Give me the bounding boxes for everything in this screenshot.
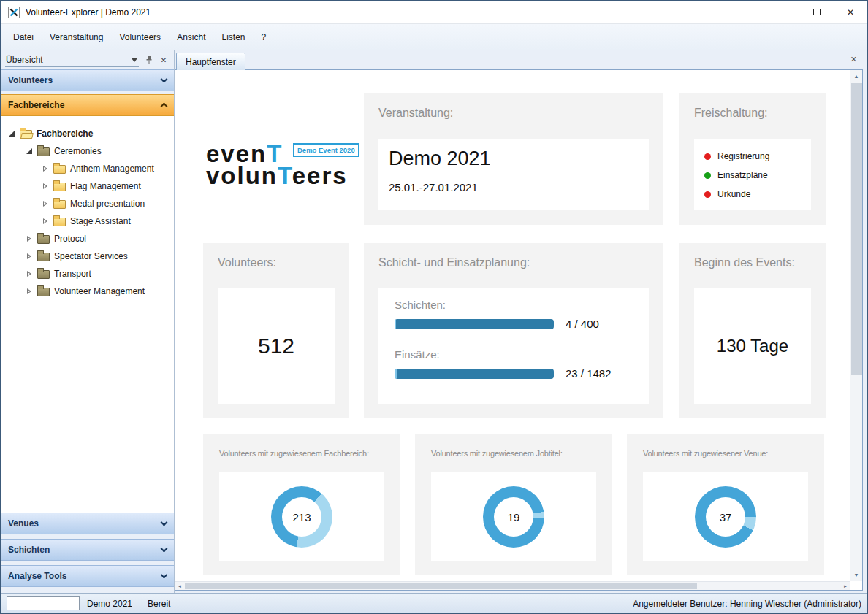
tree-item-transport[interactable]: Transport <box>1 265 174 283</box>
expander-collapsed-icon[interactable] <box>26 235 34 243</box>
sidebar-panel: Übersicht ✕ Volunteers Fachbereiche <box>1 50 175 593</box>
menu-volunteers[interactable]: Volunteers <box>111 28 169 47</box>
freischaltung-item: Urkunde <box>704 185 811 204</box>
tree-item-spectator-services[interactable]: Spectator Services <box>1 247 174 265</box>
sidebar-group-schichten[interactable]: Schichten <box>1 539 174 561</box>
horizontal-scrollbar[interactable]: ◄ ► <box>175 581 850 590</box>
card-title: Beginn des Events: <box>694 256 795 269</box>
tree-item-flag-management[interactable]: Flag Management <box>1 177 174 195</box>
expander-collapsed-icon[interactable] <box>42 200 50 208</box>
status-text: Bereit <box>148 599 170 609</box>
freischaltung-item: Einsatzpläne <box>704 166 811 185</box>
card-fachbereich-donut: Volunteers mit zugewiesenem Fachbereich:… <box>203 434 400 575</box>
document-area: evenT volunTeers Demo Event 2020 Veranst… <box>175 69 863 591</box>
tree-item-medal-presentation[interactable]: Medal presentation <box>1 195 174 212</box>
tree-item-ceremonies[interactable]: Ceremonies <box>1 142 174 160</box>
folder-icon <box>53 200 66 209</box>
pin-button[interactable] <box>144 55 154 65</box>
event-dates: 25.01.-27.01.2021 <box>389 181 478 193</box>
panel-close-button[interactable]: ✕ <box>159 55 169 65</box>
tab-close-icon[interactable]: ✕ <box>850 55 857 64</box>
group-label: Analyse Tools <box>8 571 66 581</box>
sidebar-group-analyse-tools[interactable]: Analyse Tools <box>1 565 174 587</box>
chevron-down-icon <box>161 76 168 83</box>
menu-datei[interactable]: Datei <box>5 28 42 47</box>
einsaetze-value: 23 / 1482 <box>566 367 612 380</box>
tab-hauptfenster[interactable]: Hauptfenster <box>176 53 245 70</box>
scroll-down-icon[interactable]: ▼ <box>850 569 862 581</box>
scroll-right-icon[interactable]: ► <box>841 582 850 591</box>
folder-icon <box>37 270 50 279</box>
status-dot-red <box>704 153 711 160</box>
group-label: Venues <box>8 518 39 529</box>
tree-item-stage-assistant[interactable]: Stage Assistant <box>1 212 174 230</box>
group-label: Fachbereiche <box>8 100 64 110</box>
horizontal-scrollbar-thumb[interactable] <box>185 583 697 589</box>
donut-value: 213 <box>292 511 311 523</box>
minimize-button[interactable] <box>766 1 800 23</box>
status-input[interactable] <box>7 596 80 610</box>
window-title: Volunteer-Explorer | Demo 2021 <box>26 7 151 18</box>
einsaetze-label: Einsätze: <box>395 348 440 361</box>
donut-hole: 19 <box>494 497 533 537</box>
expander-collapsed-icon[interactable] <box>26 253 34 261</box>
fachbereich-donut-chart: 213 <box>271 486 332 548</box>
sidebar-group-volunteers[interactable]: Volunteers <box>1 69 174 91</box>
schichten-value: 4 / 400 <box>566 318 599 330</box>
sidebar-group-venues[interactable]: Venues <box>1 513 174 534</box>
scroll-up-icon[interactable]: ▲ <box>850 70 862 82</box>
logged-in-user: Angemeldeter Benutzer: Henning Wiescher … <box>633 599 861 609</box>
expander-collapsed-icon[interactable] <box>42 183 50 191</box>
volunteers-count: 512 <box>258 334 294 358</box>
expander-collapsed-icon[interactable] <box>42 218 50 226</box>
close-button[interactable]: ✕ <box>834 1 867 23</box>
planung-box: Schichten: 4 / 400 Einsätze: 23 / 1482 <box>378 288 649 404</box>
logo-badge: Demo Event 2020 <box>293 143 359 157</box>
einsaetze-progressbar <box>395 369 554 379</box>
tabstrip: Hauptfenster ✕ <box>175 50 863 69</box>
expander-collapsed-icon[interactable] <box>26 288 34 296</box>
expander-expanded-icon[interactable] <box>8 130 16 138</box>
status-event-name: Demo 2021 <box>87 599 132 609</box>
fachbereiche-tree: Fachbereiche Ceremonies Anthem Managemen… <box>1 116 174 513</box>
tree-item-protocol[interactable]: Protocol <box>1 230 174 247</box>
app-window: Volunteer-Explorer | Demo 2021 ✕ Datei V… <box>0 0 868 614</box>
expander-collapsed-icon[interactable] <box>26 270 34 278</box>
tree-item-anthem-management[interactable]: Anthem Management <box>1 160 174 177</box>
main-area: Hauptfenster ✕ evenT volunTeers Demo Eve… <box>175 50 867 593</box>
chevron-down-icon <box>132 58 137 62</box>
group-label: Schichten <box>8 545 50 555</box>
pin-icon <box>145 55 153 64</box>
card-jobtitel-donut: Volunteers mit zugewiesenem Jobtitel: 19 <box>415 434 612 575</box>
group-label: Volunteers <box>8 75 53 85</box>
menu-listen[interactable]: Listen <box>213 28 253 47</box>
menu-ansicht[interactable]: Ansicht <box>169 28 213 47</box>
tree-item-fachbereiche[interactable]: Fachbereiche <box>1 125 174 142</box>
folder-icon <box>53 165 66 174</box>
card-title: Schicht- und Einsatzplanung: <box>378 256 530 269</box>
tree-item-volunteer-management[interactable]: Volunteer Management <box>1 283 174 300</box>
folder-icon <box>53 218 66 226</box>
jobtitel-donut-chart: 19 <box>483 486 544 548</box>
sidebar-group-fachbereiche[interactable]: Fachbereiche <box>1 94 174 116</box>
venue-donut-chart: 37 <box>695 486 756 548</box>
menu-veranstaltung[interactable]: Veranstaltung <box>42 28 111 47</box>
logo-line2: volunTeers <box>206 165 359 187</box>
scroll-left-icon[interactable]: ◄ <box>175 582 184 591</box>
menu-help[interactable]: ? <box>254 28 275 47</box>
vertical-scrollbar-thumb[interactable] <box>851 83 862 375</box>
card-title: Freischaltung: <box>694 107 768 120</box>
panel-menu-button[interactable] <box>129 55 140 65</box>
expander-collapsed-icon[interactable] <box>42 165 50 173</box>
open-folder-icon <box>20 130 32 139</box>
close-icon: ✕ <box>161 56 167 64</box>
expander-expanded-icon[interactable] <box>26 147 34 156</box>
status-dot-green <box>704 172 711 179</box>
donut-value: 37 <box>720 511 732 523</box>
maximize-button[interactable] <box>800 1 834 23</box>
donut-box: 19 <box>431 472 596 561</box>
donut-box: 37 <box>643 472 808 561</box>
vertical-scrollbar[interactable]: ▲ ▼ <box>850 70 862 581</box>
beginn-box: 130 Tage <box>694 288 811 404</box>
card-title: Volunteers: <box>218 256 276 269</box>
